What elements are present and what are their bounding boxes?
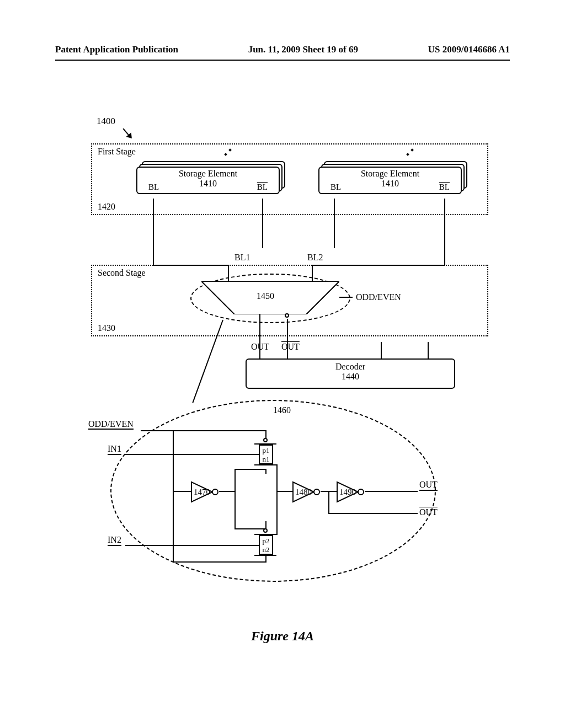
detail-ref: 1460 [273, 405, 291, 415]
wire [365, 491, 418, 492]
figure-title: Figure 14A [0, 629, 565, 644]
inverter-1480-ref: 1480 [295, 488, 312, 497]
svg-point-2 [212, 489, 218, 495]
storage-group-2: Storage Element 1410 BL BL [318, 161, 467, 194]
header-left: Patent Application Publication [55, 44, 178, 55]
wire [339, 297, 353, 298]
wire [259, 314, 260, 358]
storage-title: Storage Element [179, 169, 237, 178]
tick-icon [228, 148, 232, 152]
in1-label: IN1 [108, 444, 121, 455]
wire [173, 491, 191, 492]
tick-icon [224, 153, 227, 156]
header-center: Jun. 11, 2009 Sheet 19 of 69 [248, 44, 358, 55]
storage-title: Storage Element [361, 169, 419, 178]
bl-label: BL [331, 183, 341, 192]
wire [334, 199, 335, 248]
n2-label: n2 [263, 545, 270, 554]
outbar-label: OUT [281, 342, 300, 352]
wire [265, 469, 266, 474]
bl-label: BL [148, 183, 159, 192]
storage-box: Storage Element 1410 BL BL [136, 167, 280, 194]
wire [265, 430, 266, 438]
in2-label: IN2 [108, 535, 121, 546]
arrow-icon [121, 127, 132, 138]
wire [234, 469, 266, 470]
outbar-final-label: OUT [419, 507, 438, 517]
wire [125, 545, 259, 546]
first-stage-box: First Stage 1420 Storage Element 1410 BL… [91, 143, 488, 215]
wire [173, 430, 266, 431]
decoder-num: 1440 [342, 372, 359, 381]
wire [381, 342, 382, 358]
inversion-bubble-icon [285, 313, 289, 318]
storage-num: 1410 [199, 179, 217, 188]
wire [328, 513, 418, 514]
blbar-label: BL [439, 183, 450, 192]
tgate-1: p1 n1 [259, 445, 273, 464]
wire [173, 561, 266, 563]
wire [444, 199, 445, 265]
ref-1400: 1400 [97, 116, 115, 127]
inverter-1470-ref: 1470 [194, 488, 210, 497]
svg-point-4 [314, 489, 319, 495]
storage-box: Storage Element 1410 BL BL [318, 167, 462, 194]
oddeven-label: ODD/EVEN [356, 292, 401, 302]
wire [125, 454, 259, 455]
wire [234, 469, 236, 529]
header-rule [55, 60, 510, 61]
blbar-label: BL [257, 183, 268, 192]
wire [141, 430, 174, 431]
tick-icon [406, 153, 409, 156]
wire [428, 342, 429, 358]
mux-ref: 1450 [257, 291, 274, 301]
storage-num: 1410 [381, 179, 399, 188]
decoder-box: Decoder 1440 [246, 358, 455, 389]
n1-label: n1 [263, 455, 270, 463]
bl2-label: BL2 [307, 253, 323, 263]
tick-icon [411, 148, 414, 152]
out-label: OUT [251, 342, 269, 352]
wire [219, 491, 236, 492]
header-right: US 2009/0146686 A1 [428, 44, 510, 55]
second-stage-label: Second Stage [98, 268, 146, 278]
wire [287, 319, 288, 358]
tgate-bar [254, 555, 276, 556]
p2-label: p2 [263, 537, 270, 545]
p1-label: p1 [263, 446, 270, 454]
wire [173, 430, 174, 563]
tgate-bar [254, 464, 276, 465]
wire [153, 199, 154, 265]
tgate-2: p2 n2 [259, 535, 273, 555]
wire [262, 199, 263, 248]
inversion-bubble-icon [263, 438, 268, 442]
inversion-bubble-icon [263, 528, 268, 533]
storage-group-1: Storage Element 1410 BL BL [136, 161, 285, 194]
bl1-label: BL1 [234, 253, 250, 263]
wire [234, 528, 266, 529]
oddeven-input-label: ODD/EVEN [88, 419, 134, 429]
second-stage-ref: 1430 [98, 323, 115, 333]
first-stage-label: First Stage [98, 147, 136, 157]
svg-point-6 [358, 489, 364, 495]
wire [276, 491, 293, 492]
wire [328, 491, 329, 514]
first-stage-ref: 1420 [98, 202, 115, 212]
circuit-diagram: 1400 First Stage 1420 Storage Element 14… [91, 110, 494, 607]
out-final-label: OUT [419, 480, 438, 491]
inverter-1490-ref: 1490 [339, 488, 356, 497]
wire [276, 464, 278, 535]
decoder-title: Decoder [335, 362, 365, 371]
